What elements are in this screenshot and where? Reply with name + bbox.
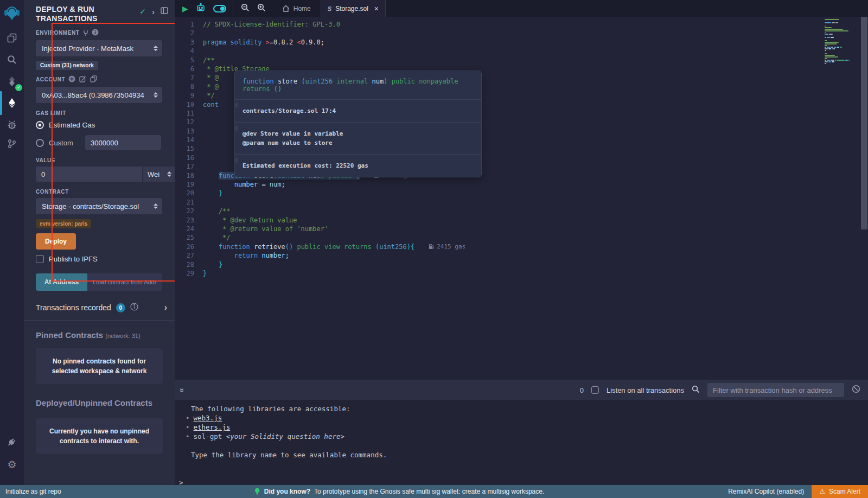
transaction-filter-input[interactable]: [707, 383, 844, 397]
line-number: 14: [175, 136, 203, 144]
ai-robot-icon[interactable]: [196, 3, 206, 14]
copy-account-icon[interactable]: [90, 75, 97, 84]
transactions-count-badge: 0: [116, 303, 125, 312]
terminal-search-icon[interactable]: [692, 385, 700, 395]
active-indicator: [0, 91, 2, 115]
unpinned-contracts-heading: Deployed/Unpinned Contracts: [36, 398, 152, 407]
contract-value: Storage - contracts/Storage.sol: [42, 202, 150, 210]
tab-home[interactable]: Home: [272, 0, 321, 17]
transaction-count: 0: [580, 386, 584, 394]
code-line: 28 }: [175, 260, 868, 269]
code-text: }: [203, 260, 222, 269]
library-link[interactable]: web3.js: [194, 414, 222, 422]
scam-alert-button[interactable]: ⚠ Scam Alert: [812, 485, 868, 498]
value-input[interactable]: [36, 167, 142, 182]
line-number: 19: [175, 180, 203, 189]
clear-console-icon[interactable]: [852, 385, 860, 395]
remix-ide: ✓ ⚙: [0, 0, 868, 498]
tooltip-doc-line: @param num value to store: [242, 138, 474, 148]
terminal-output[interactable]: The following libraries are accessible:•…: [175, 400, 868, 485]
custom-gas-label: Custom: [49, 139, 80, 147]
tooltip-docs: @dev Store value in variable @param num …: [235, 122, 481, 154]
settings-icon[interactable]: ⚙: [0, 454, 24, 475]
code-line: 29}: [175, 269, 868, 278]
debugger-icon[interactable]: [0, 114, 24, 136]
code-line: 26 function retrieve() public view retur…: [175, 242, 868, 251]
terminal-line: •sol-gpt <your Solidity question here>: [175, 432, 868, 441]
at-address-button[interactable]: At Address: [36, 273, 87, 291]
estimated-gas-label: Estimated Gas: [49, 121, 95, 129]
contract-select[interactable]: Storage - contracts/Storage.sol: [36, 198, 162, 214]
terminal-collapse-icon[interactable]: »: [178, 388, 187, 392]
pinned-contracts-heading: Pinned Contracts: [36, 330, 103, 340]
editor-toolbar: ▶: [175, 0, 868, 17]
editor-scrollbar[interactable]: [860, 17, 868, 380]
git-init-button[interactable]: Initialize as git repo: [5, 488, 61, 495]
line-number: 24: [175, 225, 203, 233]
transactions-expand-icon[interactable]: ›: [164, 303, 167, 312]
git-icon[interactable]: [0, 133, 24, 155]
code-line: 22 /**: [175, 207, 868, 215]
account-value: 0xA03...85ac4 (0.398673504934: [42, 91, 150, 99]
copilot-status[interactable]: RemixAI Copilot (enabled): [728, 488, 804, 495]
remix-logo[interactable]: [0, 2, 24, 24]
fork-state-icon[interactable]: [83, 30, 88, 36]
code-text: // SPDX-License-Identifier: GPL-3.0: [203, 20, 340, 29]
line-number: 18: [175, 171, 203, 180]
contract-label: CONTRACT: [36, 189, 69, 195]
line-number: 2: [175, 29, 203, 37]
pin-panel-icon[interactable]: [161, 7, 168, 16]
code-text: number = num;: [203, 180, 285, 189]
deploy-button[interactable]: Deploy: [36, 233, 76, 250]
deploy-form: ENVIRONMENT Injected Provider - MetaMask…: [24, 23, 175, 291]
run-script-icon[interactable]: ▶: [182, 4, 188, 13]
listen-transactions-checkbox[interactable]: [591, 386, 599, 394]
sign-message-icon[interactable]: [79, 75, 86, 84]
bullet: •: [186, 423, 190, 431]
code-text: */: [203, 91, 215, 100]
terminal-prompt: >: [175, 478, 868, 485]
environment-select[interactable]: Injected Provider - MetaMask: [36, 40, 162, 56]
minimap[interactable]: [825, 19, 857, 66]
ai-copilot-toggle[interactable]: [213, 5, 226, 12]
terminal-line: [175, 441, 868, 450]
expand-panel-icon[interactable]: ›: [152, 7, 155, 16]
transactions-info-icon[interactable]: [130, 303, 138, 312]
library-link[interactable]: ethers.js: [194, 423, 231, 431]
compile-success-badge: ✓: [15, 84, 22, 91]
zoom-out-icon[interactable]: [241, 3, 250, 14]
line-number: 26: [175, 242, 203, 251]
code-line: 20 }: [175, 189, 868, 197]
publish-ipfs-checkbox[interactable]: [36, 255, 44, 263]
unpinned-contracts-title: Deployed/Unpinned Contracts: [24, 384, 175, 407]
environment-info-icon[interactable]: [92, 29, 99, 37]
at-address-input[interactable]: [87, 273, 162, 291]
value-unit-select[interactable]: Wei: [143, 167, 175, 182]
search-icon[interactable]: [0, 49, 24, 71]
zoom-in-icon[interactable]: [257, 3, 266, 14]
solidity-compiler-icon[interactable]: ✓: [0, 71, 24, 92]
custom-gas-input[interactable]: [85, 135, 161, 150]
add-account-icon[interactable]: [68, 75, 75, 84]
plugin-manager-icon[interactable]: [0, 432, 24, 454]
account-select[interactable]: 0xA03...85ac4 (0.398673504934: [36, 87, 162, 103]
custom-gas-radio[interactable]: [36, 139, 44, 147]
unpinned-empty-message: Currently you have no unpinned contracts…: [36, 418, 163, 454]
code-line: 25 */: [175, 233, 868, 242]
scrollbar-thumb[interactable]: [861, 17, 867, 229]
tab-storage-sol[interactable]: S Storage.sol ×: [321, 0, 386, 17]
code-text: */: [203, 233, 231, 242]
line-number: 10: [175, 100, 203, 109]
deploy-run-icon[interactable]: [0, 92, 24, 114]
code-editor[interactable]: 1// SPDX-License-Identifier: GPL-3.023pr…: [175, 17, 868, 380]
terminal-line: The following libraries are accessible:: [175, 404, 868, 413]
did-you-know-tip: Did you know? To prototype using the Gno…: [254, 488, 545, 495]
active-tab-label: Storage.sol: [335, 5, 368, 12]
close-tab-icon[interactable]: ×: [374, 4, 379, 13]
code-text: * @return value of 'number': [203, 225, 328, 233]
line-number: 12: [175, 118, 203, 126]
file-explorer-icon[interactable]: [0, 27, 24, 49]
code-text: * @: [203, 82, 219, 91]
code-line: 2: [175, 29, 868, 37]
estimated-gas-radio[interactable]: [36, 121, 44, 129]
